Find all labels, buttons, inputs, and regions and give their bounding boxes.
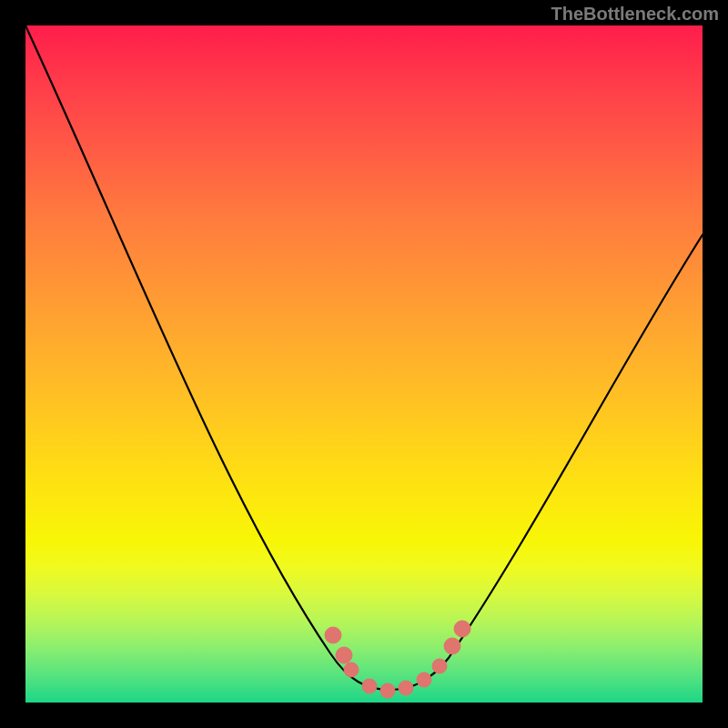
- curve-marker: [362, 679, 377, 693]
- curve-marker: [417, 672, 431, 687]
- bottleneck-curve: [25, 25, 703, 690]
- chart-svg: [25, 25, 703, 703]
- curve-marker: [344, 662, 359, 677]
- curve-marker: [325, 627, 341, 643]
- curve-marker: [380, 683, 395, 698]
- curve-marker: [454, 621, 470, 637]
- curve-marker: [399, 681, 413, 695]
- chart-frame: TheBottleneck.com: [0, 0, 728, 728]
- curve-marker: [336, 647, 352, 663]
- curve-marker: [432, 659, 447, 673]
- curve-marker: [444, 638, 460, 654]
- attribution-text: TheBottleneck.com: [551, 4, 719, 25]
